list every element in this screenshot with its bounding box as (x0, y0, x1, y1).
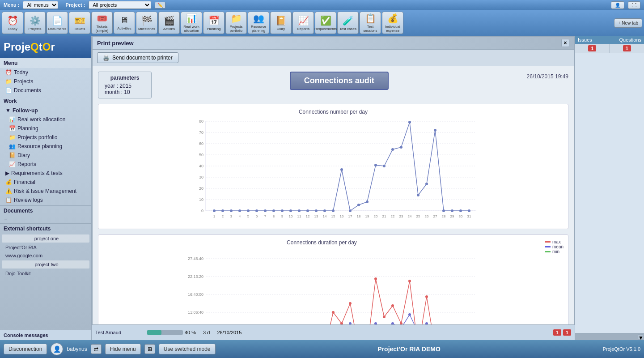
toolbar-today-btn[interactable]: ⏰ Today (2, 12, 23, 34)
svg-point-49 (459, 209, 462, 212)
svg-point-43 (408, 121, 411, 124)
toolbar-resource-btn[interactable]: 👥 Resource planning (248, 12, 269, 34)
sidebar-item-reviewlogs[interactable]: 📋 Review logs (0, 196, 91, 205)
toolbar-testcases-btn[interactable]: 🧪 Test cases (337, 12, 359, 34)
sidebar-item-documents[interactable]: 📄 Documents (0, 86, 91, 95)
svg-text:14: 14 (323, 214, 327, 218)
toolbar-tickets-btn[interactable]: 🎫 Tickets (69, 12, 90, 34)
report-date: 26/10/2015 19:49 (527, 72, 568, 80)
svg-text:9: 9 (281, 214, 284, 218)
svg-point-35 (340, 168, 343, 171)
sidebar-shortcut-ria[interactable]: Project'Or RIA (0, 243, 91, 251)
svg-text:7: 7 (264, 214, 267, 218)
report-header: parameters year : 2015 month : 10 Connec… (98, 72, 568, 98)
svg-text:0: 0 (201, 209, 203, 213)
toolbar-milestones-btn[interactable]: 🏁 Milestones (136, 12, 157, 34)
table-row-date: 28/10/2015 (217, 330, 242, 335)
sidebar-item-followup[interactable]: ▼ Follow-up (0, 106, 91, 115)
sidebar-shortcut-projectone[interactable]: project one (2, 234, 89, 243)
svg-text:22: 22 (391, 214, 395, 218)
toolbar-portfolio-btn[interactable]: 📁 Projects portfolio (225, 12, 247, 34)
sidebar-shortcut-projecttwo[interactable]: project two (2, 260, 89, 268)
toolbar-activities-btn[interactable]: 🖥 Activities (114, 12, 135, 34)
svg-point-33 (323, 209, 326, 212)
toolbar-reports-btn[interactable]: 📈 Reports (292, 12, 314, 34)
svg-point-101 (408, 280, 411, 282)
svg-text:29: 29 (450, 214, 454, 218)
sidebar-sub-realwork[interactable]: 📊 Real work allocation (0, 115, 91, 124)
sidebar-item-risk[interactable]: ⚠️ Risk & Issue Management (0, 187, 91, 196)
toolbar-documents-btn[interactable]: 📄 Documents (47, 12, 68, 34)
logo: ProjeQtOr (0, 36, 91, 58)
sidebar-section-documents: Documents (0, 205, 91, 216)
dialog-close-btn[interactable]: × (561, 39, 569, 47)
toolbar-planning-btn[interactable]: 📅 Planning (203, 12, 225, 34)
profile-btn[interactable]: 👤 (611, 1, 624, 9)
svg-text:28: 28 (442, 214, 446, 218)
svg-text:20: 20 (374, 214, 378, 218)
menu-label: Menu : (4, 2, 19, 8)
all-projects-dropdown[interactable]: All projects (89, 1, 151, 9)
toolbar-requirements-btn[interactable]: ✅ Requirements (315, 12, 336, 34)
svg-point-29 (289, 209, 292, 212)
new-tab-btn[interactable]: + New tab (614, 18, 642, 28)
svg-text:12: 12 (306, 214, 310, 218)
print-btn-label: Send document to printer (112, 55, 173, 61)
toolbar-projects-btn[interactable]: ⚙️ Projects (24, 12, 46, 34)
toolbar-diary-btn[interactable]: 📔 Diary (270, 12, 292, 34)
issues-count-cell: 1 (575, 44, 610, 53)
svg-text:27: 27 (433, 214, 437, 218)
resource-icon: 👥 (9, 143, 16, 149)
req-expand-icon: ▶ (5, 170, 9, 176)
toolbar-tickets-simple-btn[interactable]: 🎟️ Tickets (simple) (91, 12, 113, 34)
print-btn[interactable]: 🖨️ Send document to printer (97, 52, 178, 63)
chart1-title: Connections number per day (103, 109, 564, 115)
sidebar-shortcut-dojo[interactable]: Dojo Toolkit (0, 269, 91, 277)
svg-point-40 (383, 165, 386, 167)
svg-point-26 (264, 209, 267, 212)
svg-text:16:40:00: 16:40:00 (188, 292, 203, 297)
sidebar-sub-resource[interactable]: 👥 Resource planning (0, 142, 91, 151)
chart2-title: Connections duration per day (103, 239, 541, 246)
sidebar-item-today[interactable]: ⏰ Today (0, 68, 91, 77)
svg-point-96 (349, 302, 352, 305)
issues-badge: 1 (553, 329, 561, 336)
planning-icon: 📅 (9, 125, 16, 132)
toolbar-actions-btn[interactable]: 🎬 Actions (158, 12, 180, 34)
svg-text:30: 30 (459, 214, 463, 218)
svg-text:80: 80 (199, 119, 203, 124)
svg-text:20: 20 (199, 186, 203, 191)
svg-point-102 (425, 295, 428, 298)
chart2-container: Connections duration per day max mean mi… (98, 234, 568, 339)
sidebar-item-requirements[interactable]: ▶ Requirements & tests (0, 169, 91, 178)
sidebar-item-financial[interactable]: 💰 Financial (0, 178, 91, 187)
all-menus-dropdown[interactable]: All menus (23, 1, 58, 9)
switched-mode-icon-btn[interactable]: ⊞ (144, 344, 155, 354)
svg-text:60: 60 (199, 141, 203, 146)
disconnect-btn[interactable]: Disconnection (4, 344, 47, 354)
toolbar-expense-btn[interactable]: 💰 Individual expense (382, 12, 403, 34)
toolbar-realwork-btn[interactable]: 📊 Real work allocation (181, 12, 202, 34)
edit-project-btn[interactable]: ✏️ (155, 2, 165, 9)
hide-menu-btn[interactable]: Hide menu (105, 344, 141, 354)
realwork-icon: 📊 (9, 116, 16, 123)
sidebar-sub-reports[interactable]: 📈 Reports (0, 160, 91, 169)
sidebar-item-projects[interactable]: 📁 Projects (0, 77, 91, 86)
sidebar-shortcut-google[interactable]: www.google.com (0, 251, 91, 260)
sidebar-sub-diary[interactable]: 📔 Diary (0, 151, 91, 160)
project-label: Project : (65, 2, 85, 8)
portfolio-icon: 📁 (9, 134, 16, 141)
fullscreen-btn[interactable]: ⛶ (628, 1, 640, 9)
svg-text:5: 5 (247, 214, 250, 218)
use-switched-mode-btn[interactable]: Use switched mode (159, 344, 216, 354)
svg-point-97 (374, 277, 377, 280)
svg-text:70: 70 (199, 130, 203, 135)
sidebar-sub-portfolio[interactable]: 📁 Projects portfolio (0, 133, 91, 142)
svg-point-39 (374, 164, 377, 166)
svg-text:8: 8 (273, 214, 275, 218)
sidebar-sub-planning[interactable]: 📅 Planning (0, 124, 91, 133)
svg-text:21: 21 (382, 214, 386, 218)
svg-point-36 (349, 209, 352, 212)
switch-mode-icon-btn[interactable]: ⇄ (91, 344, 102, 354)
toolbar-testsessions-btn[interactable]: 📋 Test sessions (360, 12, 381, 34)
